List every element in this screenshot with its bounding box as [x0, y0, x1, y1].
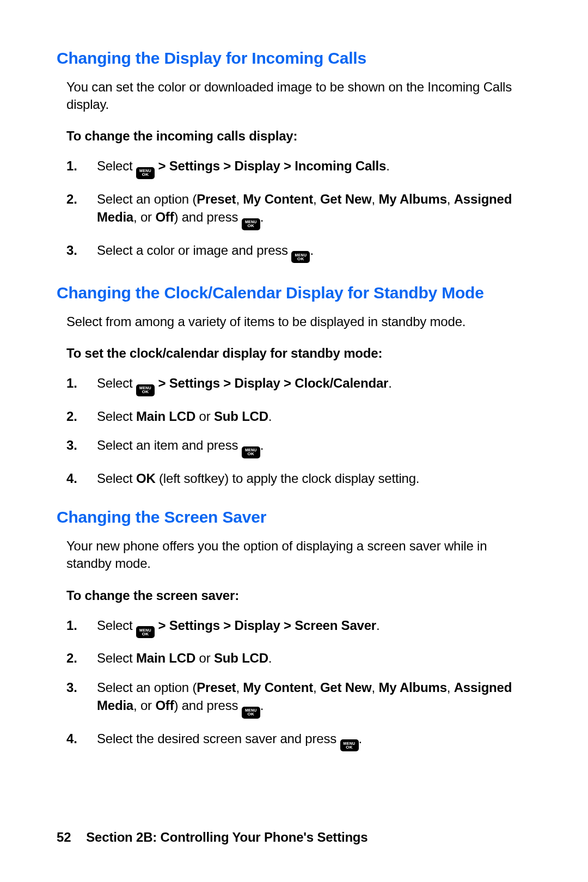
list-item: 4. Select OK (left softkey) to apply the…: [66, 469, 531, 488]
step-list: 1. Select MENUOK > Settings > Display > …: [66, 374, 531, 487]
nav-path: > Settings > Display > Incoming Calls: [155, 158, 386, 173]
page-number: 52: [57, 830, 71, 844]
step-text: Select: [97, 376, 136, 390]
section-heading: Changing the Screen Saver: [57, 507, 531, 528]
step-number: 4.: [66, 730, 77, 748]
step-number: 2.: [66, 407, 77, 426]
list-item: 1. Select MENUOK > Settings > Display > …: [66, 157, 531, 179]
footer-section-title: Section 2B: Controlling Your Phone's Set…: [86, 830, 367, 844]
step-number: 3.: [66, 436, 77, 455]
section-subhead: To change the incoming calls display:: [66, 128, 531, 144]
step-number: 1.: [66, 616, 77, 635]
step-text: Select an option (: [97, 192, 197, 206]
menu-ok-icon: MENUOK: [242, 446, 260, 458]
step-text: Select the desired screen saver and pres…: [97, 731, 340, 746]
step-text: Select an option (: [97, 680, 197, 695]
menu-ok-icon: MENUOK: [136, 167, 155, 179]
step-number: 3.: [66, 678, 77, 697]
step-list: 1. Select MENUOK > Settings > Display > …: [66, 157, 531, 263]
list-item: 3. Select an item and press MENUOK.: [66, 436, 531, 458]
step-text: Select: [97, 158, 136, 173]
section-heading: Changing the Clock/Calendar Display for …: [57, 283, 531, 303]
menu-ok-icon: MENUOK: [136, 626, 155, 638]
nav-path: > Settings > Display > Screen Saver: [155, 618, 376, 633]
section-subhead: To set the clock/calendar display for st…: [66, 346, 531, 361]
step-text: Select an item and press: [97, 438, 242, 452]
step-list: 1. Select MENUOK > Settings > Display > …: [66, 616, 531, 752]
list-item: 1. Select MENUOK > Settings > Display > …: [66, 374, 531, 396]
list-item: 2. Select an option (Preset, My Content,…: [66, 190, 531, 230]
list-item: 3. Select a color or image and press MEN…: [66, 241, 531, 264]
step-number: 1.: [66, 157, 77, 175]
section-intro: Your new phone offers you the option of …: [66, 537, 531, 573]
step-text: Select: [97, 651, 136, 665]
step-text: Select: [97, 471, 136, 486]
step-number: 3.: [66, 241, 77, 260]
section-subhead: To change the screen saver:: [66, 588, 531, 603]
step-text: Select a color or image and press: [97, 243, 291, 258]
manual-page: Changing the Display for Incoming Calls …: [0, 0, 588, 882]
menu-ok-icon: MENUOK: [242, 707, 260, 719]
section-intro: Select from among a variety of items to …: [66, 313, 531, 330]
list-item: 1. Select MENUOK > Settings > Display > …: [66, 616, 531, 639]
list-item: 3. Select an option (Preset, My Content,…: [66, 678, 531, 719]
nav-path: > Settings > Display > Clock/Calendar: [155, 376, 388, 390]
page-footer: 52Section 2B: Controlling Your Phone's S…: [57, 830, 367, 845]
section-intro: You can set the color or downloaded imag…: [66, 78, 531, 114]
menu-ok-icon: MENUOK: [242, 218, 260, 230]
list-item: 2. Select Main LCD or Sub LCD.: [66, 407, 531, 426]
step-text: Select: [97, 618, 136, 633]
list-item: 4. Select the desired screen saver and p…: [66, 730, 531, 752]
step-number: 2.: [66, 649, 77, 667]
list-item: 2. Select Main LCD or Sub LCD.: [66, 649, 531, 667]
menu-ok-icon: MENUOK: [136, 384, 155, 396]
step-number: 4.: [66, 469, 77, 488]
step-text: Select: [97, 409, 136, 424]
section-heading: Changing the Display for Incoming Calls: [57, 48, 531, 69]
menu-ok-icon: MENUOK: [291, 251, 310, 263]
step-number: 1.: [66, 374, 77, 393]
step-number: 2.: [66, 190, 77, 209]
menu-ok-icon: MENUOK: [340, 739, 359, 751]
